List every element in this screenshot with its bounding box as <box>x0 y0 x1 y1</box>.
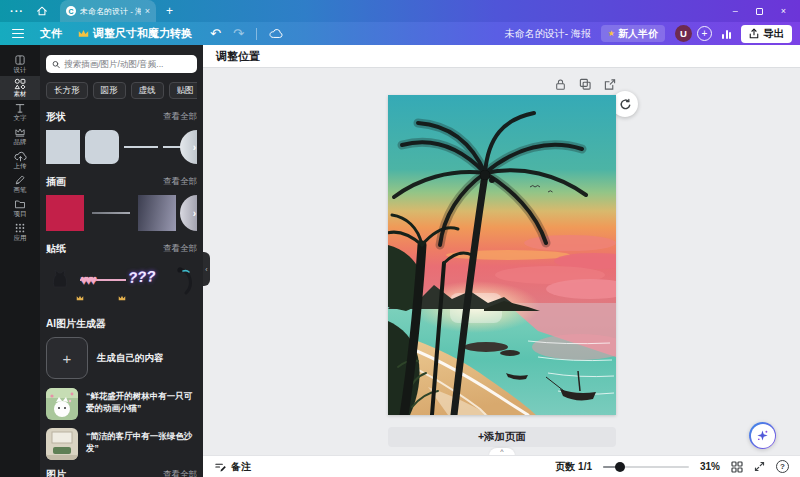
star-icon: ★ <box>608 29 615 38</box>
close-window-button[interactable]: × <box>781 6 786 16</box>
chip-dashed[interactable]: 虚线 <box>131 82 164 99</box>
pro-crown-icon <box>76 287 84 305</box>
tab-title: 未命名的设计 - 海报 <box>80 6 141 17</box>
sidebar-item-brand[interactable]: 品牌 <box>0 124 40 148</box>
menu-icon[interactable] <box>12 29 24 39</box>
app-toolbar: 文件 调整尺寸和魔力转换 ↶ ↷ 未命名的设计- 海报 ★ 新人半价 U + 导… <box>0 22 800 45</box>
elements-icon <box>14 78 26 90</box>
plus-icon[interactable]: + <box>46 337 88 379</box>
upload-cloud-icon <box>14 150 27 162</box>
ai-thumb-kitten <box>46 388 78 420</box>
sticker-snorkeler[interactable] <box>170 265 197 299</box>
sticker-hearts-garland[interactable]: ♥♥♥ <box>80 270 126 288</box>
folder-icon <box>14 198 26 210</box>
grid-view-icon[interactable] <box>731 461 743 473</box>
sidebar-item-apps[interactable]: 应用 <box>0 220 40 244</box>
graphics-row: › <box>46 195 197 231</box>
chip-sticker[interactable]: 贴图 <box>169 82 198 99</box>
resize-magic-button[interactable]: 调整尺寸和魔力转换 <box>78 26 192 41</box>
canva-logo-icon: C <box>66 6 76 16</box>
page-count[interactable]: 页数 1/1 <box>555 460 592 474</box>
graphics-section-title: 插画 <box>46 175 66 189</box>
sticker-dark-cat[interactable] <box>48 267 72 295</box>
sidebar-item-elements[interactable]: 素材 <box>0 76 40 100</box>
maximize-button[interactable] <box>756 8 763 15</box>
position-button[interactable]: 调整位置 <box>216 49 260 64</box>
photos-see-all-link[interactable]: 查看全部 <box>163 469 197 477</box>
assistant-button[interactable] <box>749 422 776 449</box>
avatar[interactable]: U <box>675 25 692 42</box>
search-chips: 长方形 圆形 虚线 贴图 直线 <box>46 82 197 99</box>
file-menu-button[interactable]: 文件 <box>40 26 62 41</box>
pro-crown-icon <box>118 287 126 305</box>
ai-thumb-sofa <box>46 428 78 460</box>
toolbar-divider <box>256 28 257 40</box>
add-member-button[interactable]: + <box>697 26 712 41</box>
panel-collapse-handle[interactable]: ‹ <box>203 252 210 286</box>
design-page[interactable] <box>388 95 616 415</box>
cloud-save-icon[interactable] <box>269 28 283 39</box>
shapes-see-all-link[interactable]: 查看全部 <box>163 111 197 123</box>
chevron-right-icon[interactable]: › <box>193 208 196 219</box>
help-button[interactable]: ? <box>776 460 789 473</box>
app-window: ··· C 未命名的设计 - 海报 × + – × 文件 调整尺寸和魔力转换 ↶… <box>0 0 800 477</box>
sidebar-item-draw[interactable]: 画笔 <box>0 172 40 196</box>
graphic-red-square[interactable] <box>46 195 84 231</box>
home-icon[interactable] <box>36 5 48 17</box>
undo-button[interactable]: ↶ <box>210 26 221 41</box>
generate-own-content[interactable]: + 生成自己的内容 <box>46 337 197 379</box>
graphic-line[interactable] <box>92 195 130 231</box>
add-page-button[interactable]: +添加页面 <box>388 427 616 447</box>
search-box[interactable] <box>46 55 197 73</box>
slider-knob[interactable] <box>615 462 625 472</box>
sidebar-item-design[interactable]: 设计 <box>0 52 40 76</box>
elements-panel: 长方形 圆形 虚线 贴图 直线 形状 查看全部 › 插画 查看全部 › <box>40 45 203 477</box>
ai-prompt-item[interactable]: “简洁的客厅中有一张绿色沙发” <box>46 428 197 460</box>
stickers-see-all-link[interactable]: 查看全部 <box>163 243 197 255</box>
lock-icon[interactable] <box>555 78 566 91</box>
sidebar-rail: 设计 素材 文字 品牌 上传 画笔 项目 应用 <box>0 45 40 477</box>
graphics-see-all-link[interactable]: 查看全部 <box>163 176 197 188</box>
shapes-row: › <box>46 130 197 164</box>
insights-icon[interactable] <box>722 29 731 39</box>
search-icon <box>52 60 60 69</box>
browser-tab[interactable]: C 未命名的设计 - 海报 × <box>60 0 156 22</box>
sidebar-item-text[interactable]: 文字 <box>0 100 40 124</box>
photos-section-title: 图片 <box>46 468 66 477</box>
refresh-icon <box>619 98 632 111</box>
zoom-slider[interactable] <box>603 462 689 472</box>
sidebar-item-projects[interactable]: 项目 <box>0 196 40 220</box>
zoom-percent[interactable]: 31% <box>700 461 720 472</box>
shape-square[interactable] <box>46 130 80 164</box>
status-bar: 备注 页数 1/1 31% ? <box>203 455 800 477</box>
notes-button[interactable]: 备注 <box>214 460 251 474</box>
browser-titlebar: ··· C 未命名的设计 - 海报 × + – × <box>0 0 800 22</box>
brand-icon <box>14 126 26 138</box>
search-input[interactable] <box>64 59 191 69</box>
promo-button[interactable]: ★ 新人半价 <box>601 25 665 42</box>
shape-line[interactable] <box>124 130 158 164</box>
ai-prompt-item[interactable]: “鲜花盛开的树林中有一只可爱的动画小猫” <box>46 388 197 420</box>
chevron-right-icon[interactable]: › <box>193 142 196 153</box>
document-title[interactable]: 未命名的设计- 海报 <box>505 27 591 41</box>
ai-generator-title: AI图片生成器 <box>46 317 106 331</box>
minimize-button[interactable]: – <box>733 6 738 16</box>
tab-close-icon[interactable]: × <box>145 6 150 16</box>
sticker-question-marks[interactable]: ??? <box>127 267 156 286</box>
sidebar-item-uploads[interactable]: 上传 <box>0 148 40 172</box>
shape-rounded-square[interactable] <box>85 130 119 164</box>
duplicate-page-icon[interactable] <box>579 78 591 91</box>
share-page-icon[interactable] <box>604 78 616 91</box>
browser-menu-icon[interactable]: ··· <box>10 5 24 17</box>
redo-button[interactable]: ↷ <box>233 26 244 41</box>
graphic-gradient-square[interactable] <box>138 195 176 231</box>
chip-rectangle[interactable]: 长方形 <box>46 82 88 99</box>
context-toolbar: 调整位置 <box>203 45 800 68</box>
export-button[interactable]: 导出 <box>741 25 792 43</box>
sparkle-icon <box>756 429 769 442</box>
crown-icon <box>78 29 89 38</box>
fullscreen-icon[interactable] <box>754 461 765 472</box>
chip-circle[interactable]: 圆形 <box>93 82 126 99</box>
notes-icon <box>214 461 226 473</box>
new-tab-button[interactable]: + <box>166 4 173 18</box>
